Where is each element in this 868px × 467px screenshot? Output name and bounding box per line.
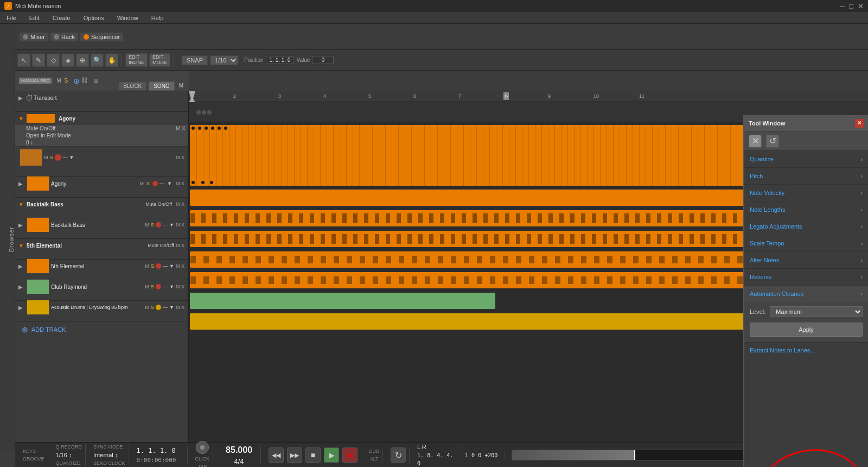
loop-end[interactable]: 0 xyxy=(417,460,420,466)
click-btn[interactable] xyxy=(196,441,209,454)
section-pitch[interactable]: Pitch › xyxy=(744,168,868,185)
backtalk2-rec[interactable] xyxy=(156,222,161,228)
song-button[interactable]: SONG xyxy=(149,81,174,91)
apply-button[interactable]: Apply xyxy=(750,323,863,337)
agony-arrow[interactable]: ▼ xyxy=(69,155,74,160)
pencil-tool[interactable]: ✎ xyxy=(32,54,45,67)
chain-icon[interactable]: ⛓ xyxy=(81,77,88,85)
edit-mode-btn[interactable]: EDITMODE xyxy=(149,53,170,67)
record-btn[interactable]: ● xyxy=(342,447,358,463)
quantize-value[interactable]: 1/16 ↕ xyxy=(56,452,72,458)
section-alter-notes[interactable]: Alter Notes › xyxy=(744,252,868,269)
note-lengths-header[interactable]: Note Lengths › xyxy=(744,201,868,218)
browser-sidebar[interactable]: Browser xyxy=(0,24,15,451)
agony2-expand[interactable]: ▶ xyxy=(18,181,25,187)
agony-expand[interactable]: ▼ xyxy=(18,116,25,122)
sync-mode-value[interactable]: Internal ↕ xyxy=(93,452,118,458)
section-legato[interactable]: Legato Adjustments › xyxy=(744,218,868,235)
menu-file[interactable]: File xyxy=(4,14,18,22)
section-note-lengths[interactable]: Note Lengths › xyxy=(744,201,868,218)
drums-arrow[interactable]: ▼ xyxy=(169,305,174,310)
menu-options[interactable]: Options xyxy=(81,14,106,22)
loop-val[interactable]: 1 0 0 +200 xyxy=(465,452,497,458)
section-sequencer[interactable]: Sequencer xyxy=(80,33,123,41)
tool-window-close[interactable]: ✕ xyxy=(855,119,864,128)
zoom-tool[interactable]: ⊕ xyxy=(76,54,89,67)
automation-header[interactable]: Automation Cleanup › xyxy=(744,286,868,302)
close-btn[interactable]: ✕ xyxy=(858,2,864,10)
ff-btn[interactable]: ▶▶ xyxy=(287,447,302,463)
5th2-rec[interactable] xyxy=(156,263,161,269)
add-track-btn[interactable]: ⊕ M ADD TRACK xyxy=(15,321,188,338)
5th1-mute[interactable]: Mute On/Off xyxy=(148,243,174,248)
backtalk2-expand[interactable]: ▶ xyxy=(18,222,25,228)
value-display[interactable]: 0 xyxy=(312,56,334,64)
time-sig[interactable]: 4/4 xyxy=(234,457,244,465)
magnify-tool[interactable]: 🔍 xyxy=(91,54,104,67)
add-icon[interactable]: ⊕ xyxy=(73,77,80,85)
agony-s-btn[interactable]: S xyxy=(50,155,53,160)
5th1-expand[interactable]: ▼ xyxy=(18,243,25,249)
quantize-header[interactable]: Quantize › xyxy=(744,151,868,167)
select-tool[interactable]: ↖ xyxy=(17,54,30,67)
menu-window[interactable]: Window xyxy=(115,14,141,22)
open-edit-label[interactable]: Open in Edit Mode xyxy=(26,132,71,138)
extract-notes-section[interactable]: Extract Notes to Lanes... xyxy=(744,343,868,358)
stop-btn[interactable]: ■ xyxy=(305,447,321,463)
reverse-header[interactable]: Reverse › xyxy=(744,269,868,285)
agony-rec-dot[interactable] xyxy=(55,154,61,161)
club-rec[interactable] xyxy=(156,284,161,289)
club-m[interactable]: M xyxy=(145,284,150,289)
5th2-arrow[interactable]: ▼ xyxy=(169,263,174,269)
agony2-s[interactable]: S xyxy=(146,181,150,186)
agony2-rec[interactable] xyxy=(152,181,158,186)
rew-btn[interactable]: ◀◀ xyxy=(269,447,284,463)
snap-button[interactable]: SNAP xyxy=(182,55,208,65)
eraser-tool[interactable]: ◇ xyxy=(47,54,60,67)
pos-time[interactable]: 1. 1. 1. 0 xyxy=(137,447,176,455)
tool-tab-other[interactable]: ↺ xyxy=(766,135,779,148)
hand-tool[interactable]: ✋ xyxy=(105,54,118,67)
select-tool2[interactable]: ◈ xyxy=(61,54,74,67)
maximize-btn[interactable]: □ xyxy=(849,2,853,10)
section-reverse[interactable]: Reverse › xyxy=(744,269,868,286)
section-scale-tempo[interactable]: Scale Tempo › xyxy=(744,235,868,252)
section-rack[interactable]: Rack xyxy=(50,33,78,41)
grid-icon[interactable]: ⊞ xyxy=(93,77,99,85)
pitch-header[interactable]: Pitch › xyxy=(744,168,868,184)
window-controls[interactable]: ─ □ ✕ xyxy=(840,2,864,10)
mute-on-off-label[interactable]: Mute On/Off xyxy=(26,125,55,131)
manual-rec-btn[interactable]: MANUAL REC xyxy=(18,77,52,84)
menu-edit[interactable]: Edit xyxy=(27,14,42,22)
edit-inline-btn[interactable]: EDITINLINE xyxy=(125,53,148,67)
bounce-btn[interactable]: ↻ xyxy=(391,447,406,463)
zero-val[interactable]: 0 ↕ xyxy=(26,140,33,146)
position-value[interactable]: 1. 1. 1. 0 xyxy=(266,56,295,64)
5th2-expand[interactable]: ▶ xyxy=(18,263,25,269)
tool-tab-edit[interactable]: ✕ xyxy=(749,135,762,148)
drums-s[interactable]: S xyxy=(151,305,154,310)
tempo-display[interactable]: 85.000 xyxy=(226,445,252,455)
5th2-s[interactable]: S xyxy=(151,263,154,269)
5th2-m[interactable]: M xyxy=(145,263,150,269)
menu-help[interactable]: Help xyxy=(149,14,166,22)
agony-m-btn[interactable]: M xyxy=(44,155,48,160)
browser-label[interactable]: Browser xyxy=(8,226,15,252)
alter-notes-header[interactable]: Alter Notes › xyxy=(744,252,868,268)
backtalk1-mute[interactable]: Mute On/Off xyxy=(145,201,172,207)
club-clip[interactable] xyxy=(190,293,495,309)
minimize-btn[interactable]: ─ xyxy=(840,2,845,10)
menu-create[interactable]: Create xyxy=(50,14,73,22)
drums-m[interactable]: M xyxy=(145,305,150,310)
scale-tempo-header[interactable]: Scale Tempo › xyxy=(744,235,868,251)
section-quantize[interactable]: Quantize › xyxy=(744,151,868,168)
club-expand[interactable]: ▶ xyxy=(18,284,25,290)
legato-header[interactable]: Legato Adjustments › xyxy=(744,218,868,235)
snap-select[interactable]: 1/16 1/8 1/4 xyxy=(210,55,238,65)
level-select[interactable]: Maximum High Medium Low xyxy=(770,306,863,317)
agony2-m[interactable]: M xyxy=(140,181,144,186)
backtalk2-s[interactable]: S xyxy=(151,222,154,228)
backtalk1-expand[interactable]: ▼ xyxy=(18,201,25,207)
loop-start[interactable]: 1. 8. 4. 4. xyxy=(417,452,453,458)
transport-expand[interactable]: ▶ xyxy=(18,95,25,101)
